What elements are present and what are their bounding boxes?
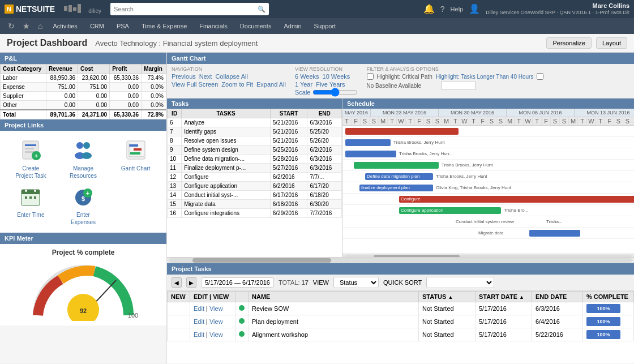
gantt-bar-row-8: Trisha Brooks, Jerry Hun... [342,148,634,160]
gantt-bar-11: finalize deployment plan [359,185,433,191]
svg-rect-5 [25,144,36,146]
svg-rect-1 [68,5,72,12]
gantt-label-13: Trisha Bro... [504,208,528,213]
gantt-chart-link[interactable]: Gantt Chart [112,138,160,179]
help-icon[interactable]: ? [440,5,445,14]
edit-link-1[interactable]: Edit [194,305,204,312]
gantt-section: Gantt Chart NAVIGATION Previous Next Col… [167,53,634,263]
pt-next-btn[interactable]: ▶ [186,277,196,288]
gantt-scroll[interactable] [342,254,634,257]
star-icon[interactable]: ★ [19,22,33,31]
task-row: 7Identify gaps5/21/20165/25/20 [168,127,342,136]
notifications-icon[interactable]: 🔔 [423,3,435,14]
five-years-btn[interactable]: Five Years [316,81,345,88]
pt-prev-btn[interactable]: ◀ [172,277,182,288]
search-input[interactable] [110,3,254,15]
pl-header: P&L [0,53,166,64]
view-select[interactable]: Status [333,277,379,288]
diliey-logo: diliey [64,4,101,14]
view-res-buttons-2: 1 Year Five Years [295,81,358,88]
tasks-panel: Tasks ID TASKS START END [167,99,342,257]
task-row: 6Analyze5/21/20166/3/2016 [168,118,342,127]
enter-time-label: Enter Time [17,211,44,219]
col-status-icon [235,292,249,302]
layout-button[interactable]: Layout [596,37,627,49]
nav-support[interactable]: Support [309,20,342,32]
nav-psa[interactable]: PSA [111,20,135,32]
pl-col-category: Cost Category [1,65,46,74]
six-weeks-btn[interactable]: 6 Weeks [295,73,319,80]
nav-time-expense[interactable]: Time & Expense [136,20,192,32]
pct-fill-1: 100% [586,304,620,313]
collapse-all-btn[interactable]: Collapse All [215,73,247,80]
create-project-task-link[interactable]: + CreateProject Task [7,138,55,179]
critical-path-checkbox[interactable] [367,73,374,80]
nav-activities[interactable]: Activities [47,20,83,32]
next-btn[interactable]: Next [199,73,212,80]
help-label[interactable]: Help [451,6,464,12]
gantt-bar-row-6 [342,126,634,137]
gantt-view-resolution: VIEW RESOLUTION 6 Weeks 10 Weeks 1 Year … [295,66,358,96]
view-link-3[interactable]: View [209,331,223,338]
project-links-section: Project Links + CreateProject Task [0,119,166,233]
pt-controls: ◀ ▶ 5/17/2016 — 6/17/2016 TOTAL: 17 VIEW… [167,275,634,291]
svg-rect-6 [25,148,34,149]
zoom-to-fit-btn[interactable]: Zoom to Fit [221,81,253,88]
gantt-icon [123,138,148,162]
top-right-area: 🔔 ? Help 👤 Marc Collins Diliey Services … [423,2,629,16]
pl-row-labor: Labor 88,950.36 23,620.00 65,330.36 73.4… [1,74,166,83]
expand-all-btn[interactable]: Expand All [256,81,286,88]
tasks-longer-link[interactable]: Highlight: Tasks Longer Than 40 Hours [436,74,534,80]
search-icon: 🔍 [254,6,269,13]
home-icon[interactable]: ↻ [5,22,18,31]
task-end-3: 5/22/2016 [532,328,583,341]
enter-expenses-label: EnterExpenses [71,211,96,226]
col-tasks: TASKS [182,109,271,118]
manage-resources-link[interactable]: ManageResources [59,138,108,179]
one-year-btn[interactable]: 1 Year [295,81,312,88]
view-link-1[interactable]: View [209,305,223,312]
kpi-header: KPI Meter [0,233,166,244]
scale-slider[interactable] [312,90,358,95]
gantt-bar-10: Define data migration plan [365,173,433,180]
status-dot-2 [239,318,245,324]
task-row: 9Define system design5/25/20166/2/2016 [168,145,342,155]
svg-text:+: + [86,190,89,196]
edit-link-3[interactable]: Edit [194,331,204,338]
task-start-2: 5/17/2016 [476,315,532,328]
house-icon[interactable]: ⌂ [35,22,46,31]
scale-btn[interactable]: Scale [295,89,311,96]
quick-sort-select[interactable] [426,277,494,288]
nav-admin[interactable]: Admin [278,20,307,32]
pt-row-3: Edit | View Alignment workshop Not Start… [168,328,634,341]
project-links-header: Project Links [0,119,166,131]
pl-table: Cost Category Revenue Cost Profit Margin… [0,64,166,119]
tasks-scroll[interactable] [167,257,634,263]
view-link-2[interactable]: View [209,318,223,325]
nav-menu: ↻ ★ ⌂ Activities CRM PSA Time & Expense … [0,18,634,34]
page-header: Project Dashboard Avecto Technology : Fi… [0,34,634,53]
col-edit-view: EDIT | VIEW [190,292,235,302]
enter-time-link[interactable]: Enter Time [7,184,55,226]
expenses-icon: $ + [71,184,96,209]
gantt-filter: FILTER & ANALYSIS OPTIONS Highlight: Cri… [367,66,620,90]
tasks-longer-checkbox[interactable] [537,73,543,80]
pl-row-supplier: Supplier 0.00 0.00 0.00 0.0% [1,92,166,101]
previous-btn[interactable]: Previous [172,73,196,80]
enter-expenses-link[interactable]: $ + EnterExpenses [59,184,108,226]
edit-link-2[interactable]: Edit [194,318,204,325]
personalize-button[interactable]: Personalize [546,37,591,49]
nav-documents[interactable]: Documents [234,20,277,32]
gantt-bar-15 [529,230,580,237]
nav-buttons-2: View Full Screen Zoom to Fit Expand All [172,81,286,88]
nav-crm[interactable]: CRM [84,20,110,32]
ten-weeks-btn[interactable]: 10 Weeks [323,73,350,80]
nav-financials[interactable]: Financials [194,20,233,32]
gantt-label-11: Olivia King, Trisha Brooks, Jerry Hunt [436,185,511,190]
pct-fill-2: 100% [586,317,620,326]
view-fullscreen-btn[interactable]: View Full Screen [172,81,218,88]
left-panel: P&L Cost Category Revenue Cost Profit Ma… [0,53,167,363]
filter-search[interactable] [442,81,476,90]
pt-date-range[interactable]: 5/17/2016 — 6/17/2016 [201,277,274,288]
gantt-label-7: Trisha Brooks, Jerry Hunt [393,140,444,145]
